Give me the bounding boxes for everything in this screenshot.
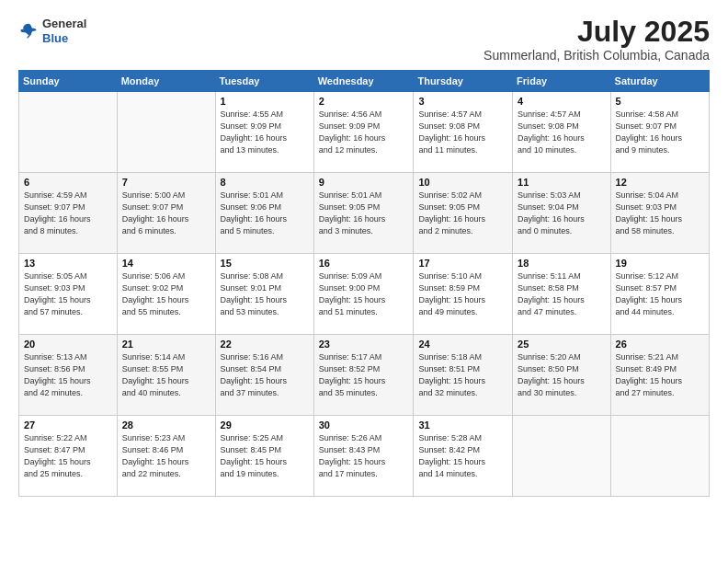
- calendar-week-row: 20Sunrise: 5:13 AM Sunset: 8:56 PM Dayli…: [19, 335, 710, 416]
- calendar-week-row: 6Sunrise: 4:59 AM Sunset: 9:07 PM Daylig…: [19, 173, 710, 254]
- page: General Blue July 2025 Summerland, Briti…: [0, 0, 728, 563]
- day-info: Sunrise: 4:55 AM Sunset: 9:09 PM Dayligh…: [221, 109, 309, 156]
- day-number: 19: [616, 258, 704, 269]
- table-row: 12Sunrise: 5:04 AM Sunset: 9:03 PM Dayli…: [610, 173, 709, 254]
- table-row: 29Sunrise: 5:25 AM Sunset: 8:45 PM Dayli…: [215, 416, 313, 497]
- col-friday: Friday: [513, 71, 610, 92]
- table-row: [610, 416, 709, 497]
- calendar-week-row: 1Sunrise: 4:55 AM Sunset: 9:09 PM Daylig…: [19, 92, 710, 173]
- day-info: Sunrise: 5:26 AM Sunset: 8:43 PM Dayligh…: [319, 432, 409, 480]
- day-number: 31: [418, 419, 507, 431]
- day-number: 27: [24, 419, 112, 431]
- title-block: July 2025 Summerland, British Columbia, …: [483, 17, 710, 63]
- header: General Blue July 2025 Summerland, Briti…: [18, 17, 710, 63]
- day-number: 21: [122, 339, 210, 350]
- table-row: 2Sunrise: 4:56 AM Sunset: 9:09 PM Daylig…: [313, 92, 414, 173]
- day-info: Sunrise: 4:57 AM Sunset: 9:08 PM Dayligh…: [518, 109, 605, 156]
- table-row: 6Sunrise: 4:59 AM Sunset: 9:07 PM Daylig…: [19, 173, 118, 254]
- day-info: Sunrise: 5:00 AM Sunset: 9:07 PM Dayligh…: [122, 190, 210, 237]
- table-row: 4Sunrise: 4:57 AM Sunset: 9:08 PM Daylig…: [513, 92, 610, 173]
- day-info: Sunrise: 5:04 AM Sunset: 9:03 PM Dayligh…: [616, 190, 704, 237]
- table-row: 8Sunrise: 5:01 AM Sunset: 9:06 PM Daylig…: [215, 173, 313, 254]
- table-row: 23Sunrise: 5:17 AM Sunset: 8:52 PM Dayli…: [313, 335, 414, 416]
- day-number: 18: [518, 258, 605, 269]
- col-saturday: Saturday: [610, 71, 709, 92]
- day-number: 6: [24, 177, 112, 188]
- day-number: 7: [122, 177, 210, 188]
- table-row: 27Sunrise: 5:22 AM Sunset: 8:47 PM Dayli…: [19, 416, 118, 497]
- logo: General Blue: [18, 17, 86, 45]
- day-info: Sunrise: 5:28 AM Sunset: 8:42 PM Dayligh…: [418, 432, 507, 480]
- table-row: [513, 416, 610, 497]
- logo-text: General Blue: [42, 17, 86, 45]
- day-info: Sunrise: 5:16 AM Sunset: 8:54 PM Dayligh…: [221, 351, 309, 399]
- day-info: Sunrise: 5:02 AM Sunset: 9:05 PM Dayligh…: [418, 190, 507, 237]
- table-row: 19Sunrise: 5:12 AM Sunset: 8:57 PM Dayli…: [610, 254, 709, 335]
- table-row: 5Sunrise: 4:58 AM Sunset: 9:07 PM Daylig…: [610, 92, 709, 173]
- day-info: Sunrise: 5:06 AM Sunset: 9:02 PM Dayligh…: [122, 270, 210, 318]
- day-number: 9: [319, 177, 409, 188]
- day-number: 24: [418, 339, 507, 350]
- logo-bird-icon: [18, 21, 39, 41]
- day-info: Sunrise: 5:13 AM Sunset: 8:56 PM Dayligh…: [24, 351, 112, 399]
- calendar-week-row: 13Sunrise: 5:05 AM Sunset: 9:03 PM Dayli…: [19, 254, 710, 335]
- day-number: 20: [24, 339, 112, 350]
- day-number: 2: [319, 96, 409, 107]
- table-row: 3Sunrise: 4:57 AM Sunset: 9:08 PM Daylig…: [414, 92, 513, 173]
- calendar-header-row: Sunday Monday Tuesday Wednesday Thursday…: [19, 71, 710, 92]
- location-subtitle: Summerland, British Columbia, Canada: [483, 48, 710, 63]
- day-number: 13: [24, 258, 112, 269]
- day-number: 8: [221, 177, 309, 188]
- day-info: Sunrise: 5:20 AM Sunset: 8:50 PM Dayligh…: [518, 351, 605, 399]
- day-info: Sunrise: 4:57 AM Sunset: 9:08 PM Dayligh…: [418, 109, 507, 156]
- day-number: 11: [518, 177, 605, 188]
- day-number: 15: [221, 258, 309, 269]
- table-row: 28Sunrise: 5:23 AM Sunset: 8:46 PM Dayli…: [117, 416, 215, 497]
- day-info: Sunrise: 5:01 AM Sunset: 9:05 PM Dayligh…: [319, 190, 409, 237]
- day-number: 17: [418, 258, 507, 269]
- table-row: 9Sunrise: 5:01 AM Sunset: 9:05 PM Daylig…: [313, 173, 414, 254]
- col-tuesday: Tuesday: [215, 71, 313, 92]
- day-number: 1: [221, 96, 309, 107]
- day-info: Sunrise: 5:12 AM Sunset: 8:57 PM Dayligh…: [616, 270, 704, 318]
- day-info: Sunrise: 5:08 AM Sunset: 9:01 PM Dayligh…: [221, 270, 309, 318]
- day-number: 10: [418, 177, 507, 188]
- day-info: Sunrise: 5:09 AM Sunset: 9:00 PM Dayligh…: [319, 270, 409, 318]
- day-info: Sunrise: 5:01 AM Sunset: 9:06 PM Dayligh…: [221, 190, 309, 237]
- month-year-title: July 2025: [483, 17, 710, 46]
- table-row: [19, 92, 118, 173]
- day-info: Sunrise: 4:59 AM Sunset: 9:07 PM Dayligh…: [24, 190, 112, 237]
- day-info: Sunrise: 5:10 AM Sunset: 8:59 PM Dayligh…: [418, 270, 507, 318]
- day-number: 29: [221, 419, 309, 431]
- day-info: Sunrise: 5:03 AM Sunset: 9:04 PM Dayligh…: [518, 190, 605, 237]
- table-row: 21Sunrise: 5:14 AM Sunset: 8:55 PM Dayli…: [117, 335, 215, 416]
- day-number: 25: [518, 339, 605, 350]
- day-number: 3: [418, 96, 507, 107]
- day-number: 4: [518, 96, 605, 107]
- day-info: Sunrise: 4:56 AM Sunset: 9:09 PM Dayligh…: [319, 109, 409, 156]
- calendar-week-row: 27Sunrise: 5:22 AM Sunset: 8:47 PM Dayli…: [19, 416, 710, 497]
- col-sunday: Sunday: [19, 71, 118, 92]
- table-row: 17Sunrise: 5:10 AM Sunset: 8:59 PM Dayli…: [414, 254, 513, 335]
- day-number: 12: [616, 177, 704, 188]
- calendar-table: Sunday Monday Tuesday Wednesday Thursday…: [18, 70, 710, 497]
- table-row: 7Sunrise: 5:00 AM Sunset: 9:07 PM Daylig…: [117, 173, 215, 254]
- day-info: Sunrise: 5:05 AM Sunset: 9:03 PM Dayligh…: [24, 270, 112, 318]
- col-wednesday: Wednesday: [313, 71, 414, 92]
- table-row: 1Sunrise: 4:55 AM Sunset: 9:09 PM Daylig…: [215, 92, 313, 173]
- day-info: Sunrise: 5:17 AM Sunset: 8:52 PM Dayligh…: [319, 351, 409, 399]
- day-number: 30: [319, 419, 409, 431]
- table-row: 16Sunrise: 5:09 AM Sunset: 9:00 PM Dayli…: [313, 254, 414, 335]
- table-row: 25Sunrise: 5:20 AM Sunset: 8:50 PM Dayli…: [513, 335, 610, 416]
- day-number: 28: [122, 419, 210, 431]
- table-row: 30Sunrise: 5:26 AM Sunset: 8:43 PM Dayli…: [313, 416, 414, 497]
- table-row: 20Sunrise: 5:13 AM Sunset: 8:56 PM Dayli…: [19, 335, 118, 416]
- day-info: Sunrise: 5:11 AM Sunset: 8:58 PM Dayligh…: [518, 270, 605, 318]
- table-row: [117, 92, 215, 173]
- col-monday: Monday: [117, 71, 215, 92]
- day-number: 22: [221, 339, 309, 350]
- table-row: 26Sunrise: 5:21 AM Sunset: 8:49 PM Dayli…: [610, 335, 709, 416]
- table-row: 15Sunrise: 5:08 AM Sunset: 9:01 PM Dayli…: [215, 254, 313, 335]
- day-number: 5: [616, 96, 704, 107]
- day-info: Sunrise: 5:23 AM Sunset: 8:46 PM Dayligh…: [122, 432, 210, 480]
